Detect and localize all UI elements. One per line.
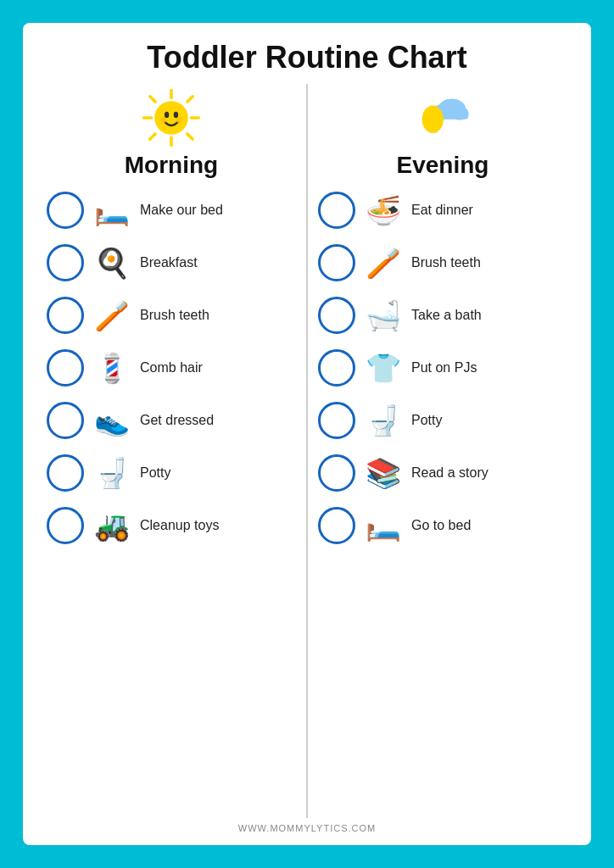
svg-point-13	[176, 117, 181, 123]
svg-line-7	[187, 97, 193, 102]
routine-item-comb-hair: 💈Comb hair	[43, 343, 299, 392]
item-label-eat-dinner: Eat dinner	[411, 203, 473, 218]
item-icon-breakfast: 🍳	[89, 240, 135, 286]
checkbox-go-to-bed[interactable]	[318, 507, 355, 544]
item-label-breakfast: Breakfast	[140, 255, 198, 270]
item-icon-comb-hair: 💈	[89, 345, 135, 391]
item-label-take-bath: Take a bath	[411, 308, 482, 323]
morning-label: Morning	[125, 152, 218, 179]
checkbox-potty-e[interactable]	[318, 402, 355, 439]
checkbox-cleanup-toys[interactable]	[47, 507, 84, 544]
item-icon-read-story: 📚	[360, 450, 406, 496]
item-icon-brush-teeth-m: 🪥	[89, 292, 135, 338]
item-label-put-on-pjs: Put on PJs	[411, 360, 477, 376]
svg-point-10	[165, 112, 169, 118]
checkbox-brush-teeth-m[interactable]	[47, 297, 84, 334]
item-label-make-bed: Make our bed	[140, 203, 223, 218]
routine-item-go-to-bed: 🛏️Go to bed	[315, 501, 571, 550]
item-icon-get-dressed: 👟	[89, 398, 135, 443]
routine-item-put-on-pjs: 👕Put on PJs	[315, 343, 571, 392]
item-icon-take-bath: 🛁	[360, 292, 406, 338]
moon-icon	[409, 84, 477, 152]
evening-label: Evening	[397, 152, 489, 179]
main-card: Toddler Routine Chart	[23, 23, 591, 845]
item-icon-make-bed: 🛏️	[89, 187, 135, 233]
routine-item-eat-dinner: 🍜Eat dinner	[315, 186, 571, 235]
routine-item-breakfast: 🍳Breakfast	[43, 238, 299, 287]
item-label-potty-e: Potty	[411, 413, 442, 428]
item-icon-put-on-pjs: 👕	[360, 345, 406, 391]
item-label-go-to-bed: Go to bed	[411, 518, 471, 533]
svg-line-6	[187, 134, 193, 139]
page-title: Toddler Routine Chart	[147, 40, 466, 75]
item-icon-eat-dinner: 🍜	[360, 187, 406, 233]
evening-column: Evening 🍜Eat dinner🪥Brush teeth🛁Take a b…	[315, 84, 571, 818]
checkbox-comb-hair[interactable]	[47, 349, 84, 387]
item-label-brush-teeth-e: Brush teeth	[411, 255, 481, 270]
checkbox-make-bed[interactable]	[47, 192, 84, 229]
item-label-get-dressed: Get dressed	[140, 413, 214, 428]
sun-icon	[137, 84, 205, 152]
checkbox-breakfast[interactable]	[47, 244, 84, 281]
routine-item-take-bath: 🛁Take a bath	[315, 291, 571, 340]
routine-item-brush-teeth-m: 🪥Brush teeth	[43, 291, 299, 340]
item-label-potty-m: Potty	[140, 465, 170, 481]
item-label-read-story: Read a story	[411, 465, 488, 481]
morning-header: Morning	[125, 84, 218, 179]
svg-point-9	[156, 103, 187, 133]
checkbox-get-dressed[interactable]	[47, 402, 84, 439]
svg-point-18	[422, 106, 444, 133]
svg-point-11	[174, 112, 178, 118]
svg-line-5	[150, 97, 155, 102]
item-icon-brush-teeth-e: 🪥	[360, 240, 406, 286]
item-icon-potty-e: 🚽	[360, 398, 406, 443]
svg-line-8	[150, 134, 155, 139]
columns: Morning 🛏️Make our bed🍳Breakfast🪥Brush t…	[43, 84, 571, 818]
routine-item-read-story: 📚Read a story	[315, 448, 571, 498]
evening-header: Evening	[397, 84, 489, 179]
item-label-cleanup-toys: Cleanup toys	[140, 518, 219, 533]
item-icon-cleanup-toys: 🚜	[89, 503, 135, 548]
morning-column: Morning 🛏️Make our bed🍳Breakfast🪥Brush t…	[43, 84, 299, 818]
routine-item-get-dressed: 👟Get dressed	[43, 396, 299, 445]
routine-item-cleanup-toys: 🚜Cleanup toys	[43, 501, 299, 550]
svg-point-12	[160, 117, 166, 123]
checkbox-read-story[interactable]	[318, 454, 355, 492]
routine-item-brush-teeth-e: 🪥Brush teeth	[315, 238, 571, 287]
morning-list: 🛏️Make our bed🍳Breakfast🪥Brush teeth💈Com…	[43, 186, 299, 550]
item-icon-go-to-bed: 🛏️	[360, 503, 406, 548]
checkbox-put-on-pjs[interactable]	[318, 349, 355, 387]
routine-item-potty-m: 🚽Potty	[43, 448, 299, 498]
routine-item-make-bed: 🛏️Make our bed	[43, 186, 299, 235]
checkbox-potty-m[interactable]	[47, 454, 84, 492]
evening-list: 🍜Eat dinner🪥Brush teeth🛁Take a bath👕Put …	[315, 186, 571, 550]
checkbox-take-bath[interactable]	[318, 297, 355, 334]
column-divider	[306, 84, 308, 818]
footer-text: WWW.MOMMYLYTICS.COM	[238, 823, 376, 833]
item-label-brush-teeth-m: Brush teeth	[140, 308, 209, 323]
checkbox-brush-teeth-e[interactable]	[318, 244, 355, 281]
checkbox-eat-dinner[interactable]	[318, 192, 355, 229]
item-icon-potty-m: 🚽	[89, 450, 135, 496]
item-label-comb-hair: Comb hair	[140, 360, 203, 376]
routine-item-potty-e: 🚽Potty	[315, 396, 571, 445]
